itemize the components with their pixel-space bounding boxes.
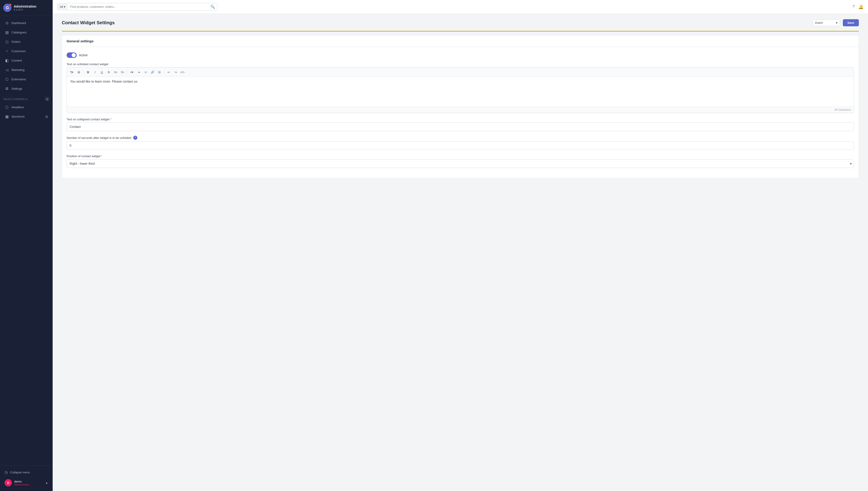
sidebar-item-settings[interactable]: ⚙ Settings: [1, 84, 51, 93]
content-area: Contact Widget Settings Dutch ▾ Save Gen…: [53, 14, 868, 491]
seconds-info-icon[interactable]: ?: [133, 136, 137, 140]
app-version: 6.4.18.0: [14, 8, 36, 11]
accent-bar: [62, 31, 859, 32]
rte-subscript-button[interactable]: Xs: [119, 69, 126, 75]
customers-icon: ○: [5, 49, 9, 53]
sidebar-item-headless[interactable]: ⬡ Headless: [1, 103, 51, 112]
toggle-knob: [72, 53, 76, 57]
sidebar-item-marketing[interactable]: ◁ Marketing: [1, 65, 51, 75]
rte-divider: [83, 70, 84, 75]
sidebar-item-orders[interactable]: ◻ Orders: [1, 37, 51, 46]
app-logo: G: [3, 4, 11, 12]
sidebar-item-storefront[interactable]: ▦ Storefront ◎: [1, 112, 51, 121]
text-collapsed-input[interactable]: [66, 122, 854, 131]
topbar-icons: ? 🔔: [852, 4, 863, 9]
text-collapsed-field-group: Text on collapsed contact widget *: [66, 118, 854, 131]
general-settings-card: General settings Active Text on unfolded…: [62, 35, 859, 178]
rte-list-button[interactable]: ≡: [142, 69, 149, 75]
rte-code-button[interactable]: </>: [179, 69, 186, 75]
card-body: Active Text on unfolded contact widget ¶…: [62, 47, 859, 178]
rte-redo-button[interactable]: ↪: [172, 69, 179, 75]
seconds-field-group: Number of seconds after widget is to be …: [66, 136, 854, 150]
sales-channels-section: Sales Channels +: [0, 94, 53, 102]
add-sales-channel-button[interactable]: +: [45, 97, 50, 102]
sidebar-item-label: Headless: [11, 106, 24, 109]
rte-align-button[interactable]: ≡▾: [129, 69, 135, 75]
sidebar-item-label: Storefront: [11, 115, 25, 118]
settings-icon: ⚙: [5, 86, 9, 91]
rte-divider-3: [164, 70, 164, 75]
rte-strikethrough-button[interactable]: S: [106, 69, 112, 75]
language-selector[interactable]: Dutch ▾: [813, 20, 840, 26]
page-title: Contact Widget Settings: [62, 20, 115, 25]
storefront-visibility-icon: ◎: [45, 115, 48, 118]
rte-toolbar: ¶▾ ⊞ B I U S Xs Xs ≡▾ ⇥ ≡: [67, 67, 854, 77]
rte-paragraph-button[interactable]: ¶▾: [69, 69, 75, 75]
topbar: All ▾ 🔍 ? 🔔: [53, 0, 868, 14]
sidebar-item-label: Dashboard: [11, 21, 26, 25]
marketing-icon: ◁: [5, 67, 9, 72]
text-unfolded-field-group: Text on unfolded contact widget ¶▾ ⊞ B I…: [66, 62, 854, 113]
text-unfolded-label: Text on unfolded contact widget: [66, 62, 854, 66]
sidebar-item-content[interactable]: ◧ Content: [1, 56, 51, 65]
sidebar-nav: ⊙ Dashboard ▤ Catalogues ◻ Orders ○ Cust…: [0, 16, 53, 465]
user-chevron-icon: ▲: [45, 481, 48, 484]
seconds-label: Number of seconds after widget is to be …: [66, 136, 131, 140]
search-prefix-button[interactable]: All ▾: [57, 3, 68, 10]
sidebar-item-label: Extensions: [11, 78, 26, 81]
search-prefix-chevron-icon: ▾: [64, 5, 65, 8]
rte-link-button[interactable]: 🔗: [149, 69, 156, 75]
rte-grid-button[interactable]: ⊞: [76, 69, 82, 75]
rte-italic-button[interactable]: I: [92, 69, 98, 75]
main-area: All ▾ 🔍 ? 🔔 Contact Widget Settings Dutc…: [53, 0, 868, 491]
catalogues-icon: ▤: [5, 30, 9, 34]
notification-dot: [9, 4, 11, 6]
position-select[interactable]: Right - lower third Left - lower third R…: [66, 159, 854, 168]
collapse-menu-button[interactable]: ◷ Collapse menu: [1, 468, 51, 477]
sidebar-item-label: Marketing: [11, 68, 25, 71]
content-icon: ◧: [5, 58, 9, 63]
sidebar-item-customers[interactable]: ○ Customers: [1, 47, 51, 56]
collapse-label: Collapse menu: [10, 471, 30, 474]
orders-icon: ◻: [5, 39, 9, 44]
rte-content[interactable]: You would like to learn more. Please con…: [67, 77, 854, 107]
sidebar-item-catalogues[interactable]: ▤ Catalogues: [1, 28, 51, 37]
sales-channels-label: Sales Channels: [3, 98, 27, 100]
active-label: Active: [79, 53, 88, 57]
sidebar: G Administration 6.4.18.0 ⊙ Dashboard ▤ …: [0, 0, 53, 491]
search-input-wrap: 🔍: [68, 3, 218, 10]
position-field-group: Position of contact widget * Right - low…: [66, 154, 854, 168]
rte-superscript-button[interactable]: Xs: [112, 69, 119, 75]
rte-underline-button[interactable]: U: [99, 69, 105, 75]
help-icon[interactable]: ?: [852, 4, 855, 9]
extensions-icon: ⬡: [5, 77, 9, 82]
avatar: D: [5, 479, 12, 486]
sidebar-item-label: Catalogues: [11, 31, 27, 34]
sidebar-item-label: Settings: [11, 87, 22, 90]
sidebar-item-label: Orders: [11, 40, 21, 44]
active-toggle[interactable]: [66, 52, 77, 58]
page-header: Contact Widget Settings Dutch ▾ Save: [62, 19, 859, 26]
seconds-input-wrap: [66, 141, 854, 150]
sidebar-item-extensions[interactable]: ⬡ Extensions: [1, 75, 51, 84]
user-role: Administrator: [14, 483, 29, 486]
notifications-icon[interactable]: 🔔: [859, 4, 863, 9]
position-select-wrap: Right - lower third Left - lower third R…: [66, 159, 854, 168]
sidebar-item-dashboard[interactable]: ⊙ Dashboard: [1, 18, 51, 27]
seconds-label-row: Number of seconds after widget is to be …: [66, 136, 854, 140]
active-toggle-row: Active: [66, 52, 854, 58]
sidebar-header: G Administration 6.4.18.0: [0, 0, 53, 16]
rte-indent-button[interactable]: ⇥: [136, 69, 142, 75]
save-button[interactable]: Save: [843, 19, 859, 26]
collapse-icon: ◷: [5, 470, 8, 474]
user-profile-row[interactable]: D demo Administrator ▲: [1, 477, 51, 489]
search-icon: 🔍: [211, 5, 215, 9]
page-header-right: Dutch ▾ Save: [813, 19, 859, 26]
seconds-input[interactable]: [66, 141, 854, 150]
app-name: Administration: [14, 5, 36, 8]
rte-undo-button[interactable]: ↩: [166, 69, 172, 75]
user-name: demo: [14, 480, 29, 483]
search-input[interactable]: [70, 3, 211, 10]
rte-bold-button[interactable]: B: [85, 69, 91, 75]
rte-table-button[interactable]: ⊟: [156, 69, 163, 75]
